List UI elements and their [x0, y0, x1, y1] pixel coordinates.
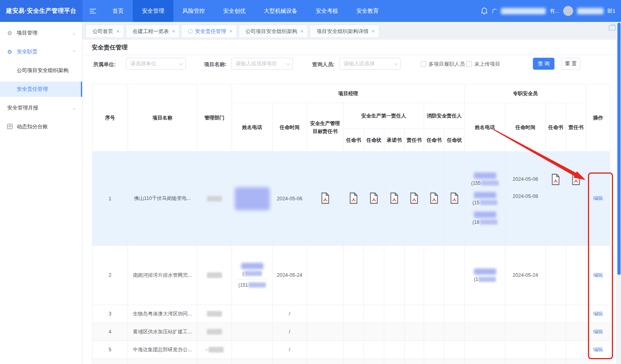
nav-item-首页[interactable]: 首页 [103, 0, 133, 22]
unit-select[interactable]: 请选择单位 [126, 58, 186, 70]
cell-action: 编辑 [586, 305, 610, 323]
pdf-file-icon[interactable] [450, 192, 459, 204]
search-button[interactable]: 查 询 [533, 58, 554, 70]
tab-在建工程一览表[interactable]: 在建工程一览表× [126, 25, 180, 38]
user-avatar[interactable] [563, 6, 573, 16]
cell-doc-target [307, 246, 344, 305]
pdf-file-icon[interactable] [369, 192, 379, 204]
top-nav: 首页安全管理风险管控安全创优大型机械设备安全考核安全教育 [103, 0, 388, 22]
unit-select-placeholder: 请选择单位 [130, 60, 156, 67]
cell-sso-appoint-date: 2024-05-24 [505, 246, 546, 305]
cell-empty [505, 359, 546, 364]
scrollbar-thumb[interactable] [617, 23, 621, 275]
pdf-file-icon[interactable] [349, 192, 358, 204]
pdf-file-icon[interactable] [320, 192, 330, 204]
tab-close-icon[interactable]: × [371, 28, 375, 34]
nav-item-安全管理[interactable]: 安全管理 [133, 0, 173, 22]
tab-项目安全组织架构详情[interactable]: 项目安全组织架构详情× [310, 25, 379, 38]
not-uploaded-checkbox[interactable] [466, 61, 472, 67]
col-header-fire-appoint: 任命书 [424, 129, 444, 152]
pdf-file-icon[interactable] [571, 174, 581, 185]
pdf-file-icon[interactable] [389, 192, 399, 204]
app-logo: 建安易·安全生产管理平台 [0, 0, 83, 22]
tab-公司项目安全组织架构[interactable]: 公司项目安全组织架构× [239, 25, 308, 38]
sidebar-item-动态扣分台账[interactable]: 动态扣分台账 [0, 119, 82, 134]
cell-doc-first-resp [405, 323, 424, 341]
user-name-redacted [577, 8, 603, 14]
sidebar-item-安全职责[interactable]: ⚙安全职责⌃ [0, 44, 82, 59]
cell-empty [307, 359, 344, 364]
pdf-file-icon[interactable] [551, 174, 560, 185]
sso-date-entry: 2024-05-08 [506, 188, 544, 205]
nav-item-风险管控[interactable]: 风险管控 [173, 0, 214, 22]
project-select[interactable]: 请输入或选择项目 [231, 58, 293, 70]
briefcase-icon[interactable] [609, 25, 616, 31]
cell-pm-appoint-date: / [273, 341, 307, 359]
col-header-sso-date: 任命时间 [505, 103, 546, 152]
pdf-file-icon[interactable] [429, 192, 439, 204]
cell-doc-sso-resp [566, 341, 586, 359]
edit-link[interactable]: 编辑 [593, 329, 603, 335]
redacted-blob [474, 268, 496, 275]
phone-prefix: (18 [472, 219, 479, 225]
edit-link[interactable]: 编辑 [593, 272, 603, 278]
cell-empty [566, 359, 586, 364]
cell-department: - [197, 341, 232, 359]
cell-doc-target [307, 305, 344, 323]
phone-number: ( [242, 271, 262, 276]
cell-pm-name-phone [232, 152, 273, 246]
filter-bar: 所属单位: 请选择单位 项目名称: 请输入或选择项目 查询人员: 请输入或选择 … [83, 58, 616, 74]
cell-empty [444, 359, 465, 364]
not-uploaded-checkbox-row[interactable]: 未上传项目 [466, 61, 500, 68]
nav-item-安全创优[interactable]: 安全创优 [214, 0, 255, 22]
cell-doc-fire-appoint [424, 341, 444, 359]
redacted-blob [241, 263, 263, 269]
dept-prefix: - [205, 347, 208, 352]
sidebar-item-安全管理月报[interactable]: 安全管理月报⌄ [0, 100, 82, 115]
edit-link[interactable]: 编辑 [593, 347, 603, 352]
sidebar-item-公司项目安全组织架构[interactable]: 公司项目安全组织架构 [0, 63, 82, 78]
vertical-scrollbar[interactable] [617, 22, 621, 364]
cell-index: 3 [92, 305, 128, 323]
sidebar-item-安全责任管理[interactable]: 安全责任管理 [0, 82, 82, 97]
cell-doc-target [307, 152, 344, 246]
nav-item-安全考核[interactable]: 安全考核 [307, 0, 347, 22]
cell-doc-first-cert [364, 305, 384, 323]
multi-project-checkbox[interactable] [421, 61, 426, 67]
project-filter-label: 项目名称: [204, 61, 226, 68]
cell-doc-first-cert [364, 246, 384, 305]
tab-安全责任管理[interactable]: 安全责任管理× [181, 25, 237, 38]
user-org-prefix: 广 [492, 8, 497, 15]
multi-project-checkbox-row[interactable]: 多项目履职人员 [421, 61, 465, 68]
edit-link[interactable]: 编辑 [593, 196, 603, 201]
cell-doc-first-promise [384, 341, 405, 359]
col-header-sso-appoint: 任命书 [546, 103, 566, 152]
reset-button[interactable]: 重 置 [561, 58, 580, 70]
pdf-file-icon[interactable] [409, 192, 419, 204]
doc-sub-entry [567, 171, 585, 188]
tab-close-icon[interactable]: × [172, 28, 175, 34]
redacted-blob [474, 192, 496, 198]
edit-link[interactable]: 编辑 [593, 311, 603, 317]
tab-close-icon[interactable]: × [116, 28, 120, 34]
col-header-sso-resp: 责任书 [566, 103, 586, 152]
person-select[interactable]: 请输入或选择 [339, 58, 401, 70]
tab-close-icon[interactable]: × [229, 28, 232, 34]
nav-item-安全教育[interactable]: 安全教育 [347, 0, 388, 22]
ledger-icon [7, 124, 13, 130]
notification-bell-icon[interactable] [481, 7, 488, 15]
responsibility-table: 序号 项目名称 管理部门 项目经理 专职安全员 操作 姓名电话 任命时间 安全生… [92, 84, 610, 364]
cell-index: 5 [92, 341, 128, 359]
sidebar-item-项目管理[interactable]: ⚙项目管理⌄ [0, 25, 82, 41]
cell-sso-name-phone: (1 [465, 246, 505, 305]
nav-item-大型机械设备[interactable]: 大型机械设备 [255, 0, 307, 22]
phone-prefix: (155 [471, 180, 481, 186]
ledger-icon-shape [7, 124, 12, 129]
cell-sso-appoint-date [505, 341, 546, 359]
tab-公司首页[interactable]: 公司首页× [86, 25, 124, 38]
tab-label: 项目安全组织架构详情 [316, 28, 368, 35]
sidebar-collapse-button[interactable] [83, 0, 103, 22]
phone-number: (18 [472, 219, 497, 225]
tab-close-icon[interactable]: × [301, 28, 304, 34]
cell-project-name: 黄埔区供水加压站扩建工... [128, 323, 197, 341]
